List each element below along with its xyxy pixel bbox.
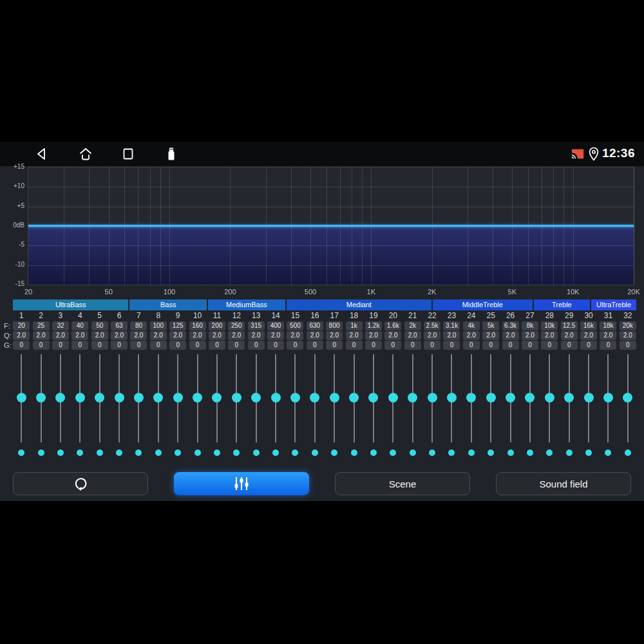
gain-value: 0 — [502, 341, 519, 350]
gain-slider[interactable] — [564, 354, 574, 442]
back-icon[interactable] — [34, 146, 50, 162]
home-icon[interactable] — [78, 146, 93, 162]
freq-value: 12.5 — [561, 321, 578, 330]
band-number: 23 — [448, 311, 456, 321]
slider-thumb[interactable] — [564, 393, 574, 402]
slider-thumb[interactable] — [349, 393, 359, 402]
slider-thumb[interactable] — [17, 393, 26, 402]
slider-thumb[interactable] — [486, 393, 496, 402]
gain-slider[interactable] — [55, 354, 66, 442]
slider-thumb[interactable] — [408, 393, 417, 402]
slider-thumb[interactable] — [290, 393, 300, 402]
sound-field-button[interactable]: Sound field — [496, 472, 631, 495]
gain-slider[interactable] — [290, 354, 300, 442]
slider-thumb[interactable] — [428, 393, 437, 402]
gain-slider[interactable] — [349, 354, 359, 442]
gain-slider[interactable] — [95, 354, 105, 442]
slider-thumb[interactable] — [545, 393, 554, 402]
gain-slider[interactable] — [212, 354, 222, 442]
band-column-22: 222.5k2.00 — [422, 311, 442, 456]
gain-slider[interactable] — [251, 354, 261, 442]
band-number: 12 — [232, 311, 241, 321]
slider-thumb[interactable] — [173, 393, 183, 402]
gain-slider[interactable] — [310, 354, 320, 442]
gain-slider[interactable] — [583, 354, 594, 442]
slider-thumb[interactable] — [584, 393, 594, 402]
freq-value: 10k — [541, 321, 558, 330]
gain-slider[interactable] — [16, 354, 26, 442]
q-value: 2.0 — [130, 331, 147, 340]
gain-slider[interactable] — [153, 354, 164, 442]
bottom-button-row: Scene Sound field — [0, 472, 644, 495]
band-number: 10 — [193, 311, 202, 321]
gain-slider[interactable] — [623, 354, 633, 442]
band-number: 20 — [389, 311, 397, 321]
gain-slider[interactable] — [114, 354, 124, 442]
gain-slider[interactable] — [270, 354, 281, 442]
gain-slider[interactable] — [603, 354, 613, 442]
slider-thumb[interactable] — [75, 393, 85, 402]
gain-slider[interactable] — [368, 354, 379, 442]
band-indicator-dot — [312, 450, 318, 456]
slider-thumb[interactable] — [466, 393, 476, 402]
band-column-6: 6632.00 — [109, 311, 129, 456]
slider-thumb[interactable] — [134, 393, 144, 402]
slider-thumb[interactable] — [212, 393, 222, 402]
eq-response-graph: +15+10+50dB-5-10-15 20501002005001K2K5K1… — [0, 161, 644, 296]
gain-slider[interactable] — [486, 354, 496, 442]
slider-thumb[interactable] — [55, 393, 65, 402]
gain-value: 0 — [620, 341, 636, 350]
gain-slider[interactable] — [36, 354, 46, 442]
slider-thumb[interactable] — [115, 393, 124, 402]
slider-thumb[interactable] — [447, 393, 457, 402]
gain-slider[interactable] — [388, 354, 398, 442]
eq-button[interactable] — [174, 472, 309, 495]
gain-slider[interactable] — [193, 354, 203, 442]
reset-button[interactable] — [13, 472, 148, 495]
band-number: 24 — [467, 311, 475, 321]
slider-thumb[interactable] — [603, 393, 613, 402]
band-number: 9 — [176, 311, 180, 321]
gain-slider[interactable] — [446, 354, 457, 442]
slider-thumb[interactable] — [251, 393, 261, 402]
gain-slider[interactable] — [133, 354, 144, 442]
slider-thumb[interactable] — [271, 393, 281, 402]
recents-icon[interactable] — [120, 146, 136, 162]
gain-slider[interactable] — [466, 354, 477, 442]
gain-slider[interactable] — [427, 354, 437, 442]
slider-thumb[interactable] — [310, 393, 319, 402]
gain-slider[interactable] — [173, 354, 183, 442]
gain-slider[interactable] — [408, 354, 418, 442]
slider-thumb[interactable] — [36, 393, 46, 402]
gain-value: 0 — [111, 341, 128, 350]
freq-value: 20 — [13, 321, 30, 330]
gain-value: 0 — [130, 341, 147, 350]
slider-thumb[interactable] — [506, 393, 515, 402]
slider-thumb[interactable] — [330, 393, 339, 402]
gain-slider[interactable] — [75, 354, 85, 442]
band-indicator-dot — [18, 450, 24, 456]
slider-thumb[interactable] — [388, 393, 398, 402]
slider-thumb[interactable] — [153, 393, 163, 402]
gain-slider[interactable] — [544, 354, 554, 442]
band-number: 3 — [59, 311, 63, 321]
slider-thumb[interactable] — [95, 393, 104, 402]
gain-slider[interactable] — [506, 354, 516, 442]
gain-value: 0 — [404, 341, 421, 350]
scene-button[interactable]: Scene — [335, 472, 470, 495]
band-number: 18 — [350, 311, 358, 321]
band-indicator-dot — [77, 450, 83, 456]
gain-slider[interactable] — [329, 354, 339, 442]
slider-thumb[interactable] — [623, 393, 632, 402]
band-column-10: 101602.00 — [187, 311, 207, 456]
slider-thumb[interactable] — [232, 393, 242, 402]
slider-thumb[interactable] — [525, 393, 535, 402]
band-groups: UltraBassBassMediumBassMediantMiddleTreb… — [13, 299, 636, 310]
gain-slider[interactable] — [525, 354, 535, 442]
slider-thumb[interactable] — [368, 393, 378, 402]
gain-slider[interactable] — [231, 354, 242, 442]
y-axis-tick-label: -5 — [0, 241, 24, 249]
band-column-32: 3220k2.00 — [618, 311, 638, 456]
gain-value: 0 — [91, 341, 108, 350]
slider-thumb[interactable] — [193, 393, 202, 402]
